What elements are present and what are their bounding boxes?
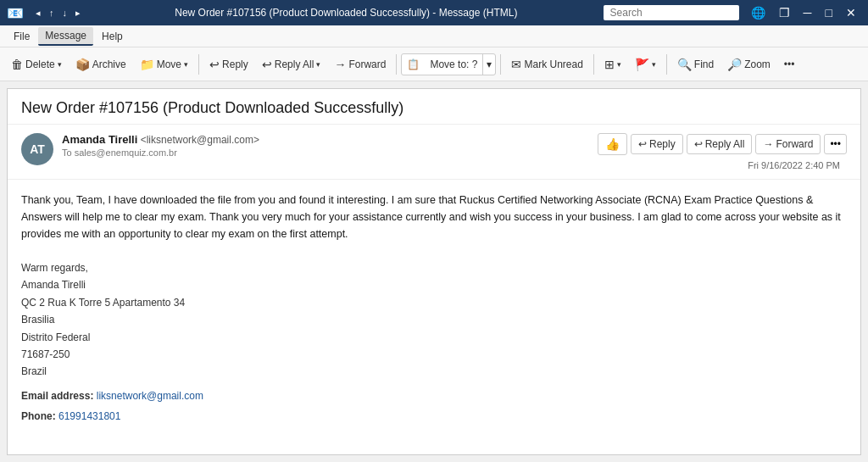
inline-forward-button[interactable]: → Forward: [755, 134, 821, 154]
message-action-buttons: 👍 ↩ Reply ↩ Reply All → Forward •••: [598, 133, 847, 155]
reply-all-arrow[interactable]: ▾: [316, 60, 320, 69]
move-icon: 📁: [140, 58, 154, 71]
app-icon: 📧: [7, 5, 24, 21]
message-subject: New Order #107156 (Product Downloaded Su…: [8, 89, 860, 125]
sig-phone-row: Phone: 61991431801: [21, 408, 847, 425]
globe-icon[interactable]: 🌐: [746, 4, 771, 21]
moveto-arrow[interactable]: ▾: [482, 54, 495, 75]
delete-icon: 🗑: [11, 58, 23, 71]
maximize-button[interactable]: □: [821, 4, 837, 21]
separator-1: [198, 54, 199, 75]
separator-5: [666, 54, 667, 75]
message-header: AT Amanda Tirelli <liksnetwork@gmail.com…: [8, 125, 860, 180]
delete-button[interactable]: 🗑 Delete ▾: [5, 54, 68, 75]
inline-more-button[interactable]: •••: [824, 134, 847, 154]
flag-icon: 🚩: [635, 58, 649, 71]
reply-label: Reply: [222, 58, 248, 70]
sig-zip: 71687-250: [21, 346, 847, 363]
toolbar: 🗑 Delete ▾ 📦 Archive 📁 Move ▾ ↩ Reply ↩ …: [0, 47, 868, 81]
menu-item-message[interactable]: Message: [38, 27, 93, 46]
archive-icon: 📦: [75, 58, 90, 71]
forward-icon: →: [334, 58, 346, 71]
more-button[interactable]: •••: [778, 55, 801, 74]
sig-phone-link[interactable]: 61991431801: [58, 410, 120, 422]
forward-button[interactable]: ▸: [72, 6, 84, 20]
up-button[interactable]: ↑: [46, 6, 58, 19]
separator-2: [396, 54, 397, 75]
sig-name: Amanda Tirelli: [21, 276, 847, 293]
grid-arrow[interactable]: ▾: [617, 60, 621, 69]
message-container: New Order #107156 (Product Downloaded Su…: [7, 88, 861, 455]
reply-button[interactable]: ↩ Reply: [203, 54, 254, 75]
archive-button[interactable]: 📦 Archive: [70, 54, 132, 75]
move-button[interactable]: 📁 Move ▾: [134, 54, 194, 75]
forward-button[interactable]: → Forward: [328, 54, 392, 75]
sig-email-label: Email address:: [21, 390, 93, 402]
separator-4: [593, 54, 594, 75]
title-bar-controls: 🌐 ❐ ─ □ ✕: [746, 4, 861, 21]
message-body: Thank you, Team, I have downloaded the f…: [8, 180, 860, 437]
grid-icon: ⊞: [604, 58, 615, 71]
avatar: AT: [21, 133, 53, 165]
archive-label: Archive: [92, 58, 126, 70]
find-button[interactable]: 🔍 Find: [671, 54, 720, 75]
move-label: Move: [157, 58, 181, 70]
minimize-button[interactable]: ─: [798, 4, 817, 21]
separator-3: [500, 54, 501, 75]
sender-to: To sales@enemquiz.com.br: [62, 148, 598, 158]
sig-greeting: Warm regards,: [21, 259, 847, 276]
zoom-icon: 🔎: [727, 58, 742, 71]
sig-country: Brazil: [21, 363, 847, 380]
to-address: sales@enemquiz.com.br: [75, 148, 177, 158]
reply-icon: ↩: [209, 58, 220, 71]
delete-arrow[interactable]: ▾: [58, 60, 62, 69]
back-button[interactable]: ◂: [32, 6, 44, 20]
restore-icon[interactable]: ❐: [774, 4, 795, 21]
close-button[interactable]: ✕: [841, 4, 861, 21]
title-bar-left: 📧 ◂ ↑ ↓ ▸: [7, 5, 89, 21]
inline-forward-icon: →: [763, 138, 773, 150]
find-label: Find: [694, 58, 714, 70]
flag-button[interactable]: 🚩 ▾: [629, 54, 662, 75]
inline-reply-all-label: Reply All: [705, 138, 745, 150]
forward-label: Forward: [348, 58, 386, 70]
grid-button[interactable]: ⊞ ▾: [598, 54, 627, 75]
sig-address1: QC 2 Rua K Torre 5 Apartamento 34: [21, 294, 847, 311]
like-button[interactable]: 👍: [598, 133, 627, 155]
email-signature: Warm regards, Amanda Tirelli QC 2 Rua K …: [21, 259, 847, 426]
flag-arrow[interactable]: ▾: [652, 60, 656, 69]
sig-email-link[interactable]: liksnetwork@gmail.com: [97, 390, 203, 402]
sender-name: Amanda Tirelli: [62, 133, 137, 146]
delete-label: Delete: [25, 58, 55, 70]
moveto-label: Move to: ?: [425, 58, 482, 70]
move-arrow[interactable]: ▾: [184, 60, 188, 69]
sender-info: Amanda Tirelli <liksnetwork@gmail.com> T…: [62, 133, 598, 158]
sig-state: Distrito Federal: [21, 329, 847, 346]
down-button[interactable]: ↓: [59, 6, 71, 19]
inline-reply-button[interactable]: ↩ Reply: [631, 134, 683, 154]
moveto-dropdown[interactable]: 📋 Move to: ? ▾: [401, 53, 496, 75]
mark-unread-button[interactable]: ✉ Mark Unread: [505, 54, 588, 75]
sender-name-row: Amanda Tirelli <liksnetwork@gmail.com>: [62, 133, 598, 146]
title-bar-nav: ◂ ↑ ↓ ▸: [32, 6, 84, 20]
menu-bar: File Message Help: [0, 25, 868, 47]
header-right-group: 👍 ↩ Reply ↩ Reply All → Forward ••• Fri …: [598, 133, 847, 170]
sig-city: Brasilia: [21, 311, 847, 328]
reply-all-label: Reply All: [275, 58, 314, 70]
zoom-label: Zoom: [744, 58, 771, 70]
title-bar: 📧 ◂ ↑ ↓ ▸ New Order #107156 (Product Dow…: [0, 0, 868, 25]
search-input[interactable]: [604, 5, 739, 20]
mark-unread-icon: ✉: [511, 58, 521, 71]
menu-item-help[interactable]: Help: [95, 28, 130, 45]
inline-reply-all-button[interactable]: ↩ Reply All: [687, 134, 753, 154]
title-bar-title: New Order #107156 (Product Downloaded Su…: [89, 7, 604, 19]
mark-unread-label: Mark Unread: [524, 58, 582, 70]
zoom-button[interactable]: 🔎 Zoom: [721, 54, 776, 75]
reply-all-button[interactable]: ↩ Reply All ▾: [256, 54, 327, 75]
sender-email: <liksnetwork@gmail.com>: [141, 134, 259, 146]
body-paragraph: Thank you, Team, I have downloaded the f…: [21, 192, 847, 242]
inline-forward-label: Forward: [776, 138, 813, 150]
menu-item-file[interactable]: File: [7, 28, 36, 45]
inline-reply-icon: ↩: [638, 138, 647, 150]
to-label: To: [62, 148, 72, 158]
